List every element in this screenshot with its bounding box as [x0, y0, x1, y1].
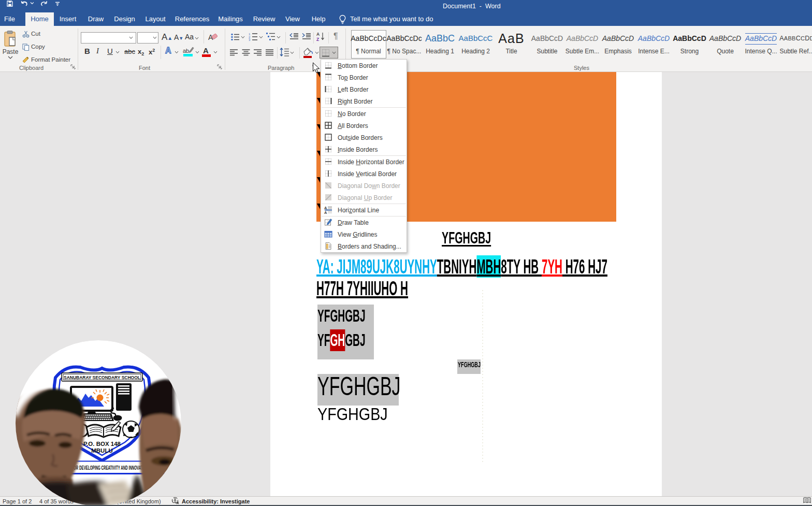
svg-text:Z: Z: [316, 37, 319, 41]
svg-text:P.O. BOX 148: P.O. BOX 148: [83, 441, 121, 447]
svg-text:3: 3: [249, 38, 251, 41]
svg-text:MBULU: MBULU: [91, 447, 113, 454]
svg-text:A: A: [324, 210, 327, 214]
svg-text:ab: ab: [183, 48, 189, 54]
svg-text:A: A: [316, 32, 320, 37]
svg-text:SANUBARAY SECONDARY SCHOOL: SANUBARAY SECONDARY SCHOOL: [64, 375, 140, 380]
svg-text:OR DEVELOPING CREATIVITY AND I: OR DEVELOPING CREATIVITY AND INNOVATIO: [74, 465, 146, 471]
